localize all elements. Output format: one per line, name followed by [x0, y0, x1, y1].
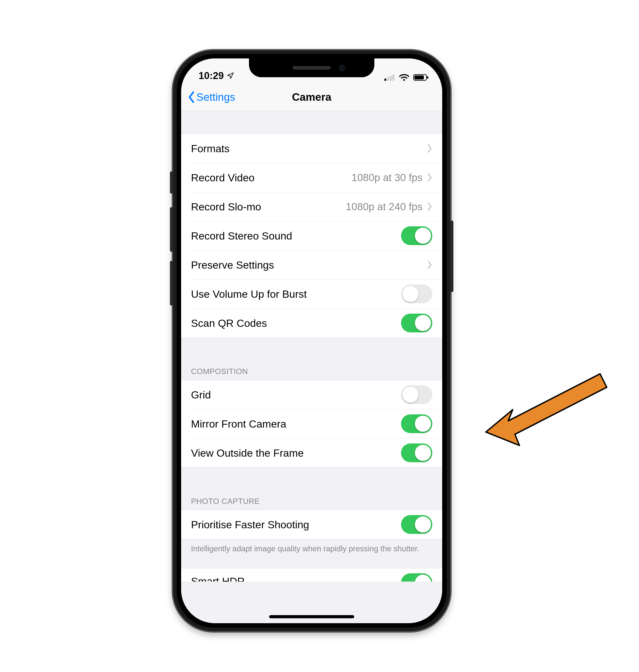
row-label: Record Stereo Sound [191, 230, 292, 242]
smart-hdr-toggle[interactable] [401, 573, 432, 581]
svg-rect-0 [385, 79, 386, 81]
cellular-signal-icon [384, 74, 395, 81]
row-record-stereo-sound: Record Stereo Sound [181, 221, 442, 250]
front-camera-lens [339, 65, 345, 71]
speaker-grille [293, 66, 331, 69]
svg-rect-6 [415, 75, 424, 79]
section-footer-photo-capture: Intelligently adapt image quality when r… [181, 539, 442, 559]
scan-qr-codes-toggle[interactable] [401, 314, 432, 332]
row-label: Formats [191, 142, 230, 155]
chevron-right-icon [427, 260, 432, 269]
row-grid: Grid [181, 380, 442, 409]
svg-point-4 [403, 79, 405, 81]
row-label: Grid [191, 389, 211, 401]
row-view-outside-frame: View Outside the Frame [181, 438, 442, 467]
row-label: View Outside the Frame [191, 447, 303, 459]
nav-bar: Settings Camera [181, 83, 442, 111]
row-preserve-settings[interactable]: Preserve Settings [181, 250, 442, 279]
row-scan-qr-codes: Scan QR Codes [181, 309, 442, 338]
group-photo-capture: Prioritise Faster Shooting [181, 510, 442, 539]
row-prioritise-faster-shooting: Prioritise Faster Shooting [181, 510, 442, 539]
svg-marker-8 [486, 374, 607, 446]
row-label: Smart HDR [191, 575, 245, 581]
record-stereo-sound-toggle[interactable] [401, 226, 432, 245]
view-outside-frame-toggle[interactable] [401, 443, 432, 462]
annotation-arrow [475, 358, 613, 455]
row-mirror-front-camera: Mirror Front Camera [181, 409, 442, 438]
row-record-video[interactable]: Record Video 1080p at 30 fps [181, 163, 442, 192]
row-label: Mirror Front Camera [191, 418, 286, 430]
chevron-right-icon [427, 202, 432, 211]
chevron-left-icon [187, 91, 196, 104]
row-label: Record Slo-mo [191, 201, 261, 213]
row-label: Scan QR Codes [191, 317, 267, 329]
row-record-slomo[interactable]: Record Slo-mo 1080p at 240 fps [181, 192, 442, 221]
status-time: 10:29 [199, 70, 224, 81]
grid-toggle[interactable] [401, 385, 432, 404]
prioritise-faster-shooting-toggle[interactable] [401, 515, 432, 534]
page-title: Camera [292, 91, 331, 103]
settings-content[interactable]: Formats Record Video 1080p at 30 fps Rec… [181, 111, 442, 623]
group-composition: Grid Mirror Front Camera View Outside th… [181, 380, 442, 468]
section-header-photo-capture: PHOTO CAPTURE [181, 492, 442, 510]
row-label: Prioritise Faster Shooting [191, 518, 309, 531]
row-label: Use Volume Up for Burst [191, 288, 307, 300]
row-formats[interactable]: Formats [181, 134, 442, 163]
wifi-icon [399, 74, 409, 81]
side-button-vol-up [170, 207, 173, 252]
mirror-front-camera-toggle[interactable] [401, 415, 432, 433]
row-smart-hdr: Smart HDR [181, 568, 442, 581]
svg-rect-2 [390, 76, 392, 81]
svg-rect-1 [387, 77, 389, 81]
row-detail: 1080p at 240 fps [346, 201, 425, 213]
svg-rect-3 [392, 75, 394, 81]
battery-icon [413, 74, 429, 81]
side-button-vol-down [170, 261, 173, 306]
home-indicator[interactable] [269, 615, 354, 618]
phone-frame: 10:29 [173, 50, 450, 631]
location-icon [227, 72, 234, 79]
row-label: Record Video [191, 171, 254, 184]
back-label: Settings [196, 91, 235, 103]
notch [249, 59, 374, 77]
chevron-right-icon [427, 173, 432, 182]
row-label: Preserve Settings [191, 259, 274, 271]
volume-up-burst-toggle[interactable] [401, 284, 432, 303]
side-button-mute [170, 171, 173, 194]
row-detail: 1080p at 30 fps [352, 171, 425, 184]
chevron-right-icon [427, 144, 432, 153]
group-main: Formats Record Video 1080p at 30 fps Rec… [181, 134, 442, 338]
side-button-power [450, 220, 453, 292]
screen: 10:29 [181, 59, 442, 623]
section-header-composition: COMPOSITION [181, 362, 442, 380]
svg-rect-7 [427, 76, 428, 79]
row-volume-up-burst: Use Volume Up for Burst [181, 279, 442, 309]
back-button[interactable]: Settings [187, 91, 235, 104]
